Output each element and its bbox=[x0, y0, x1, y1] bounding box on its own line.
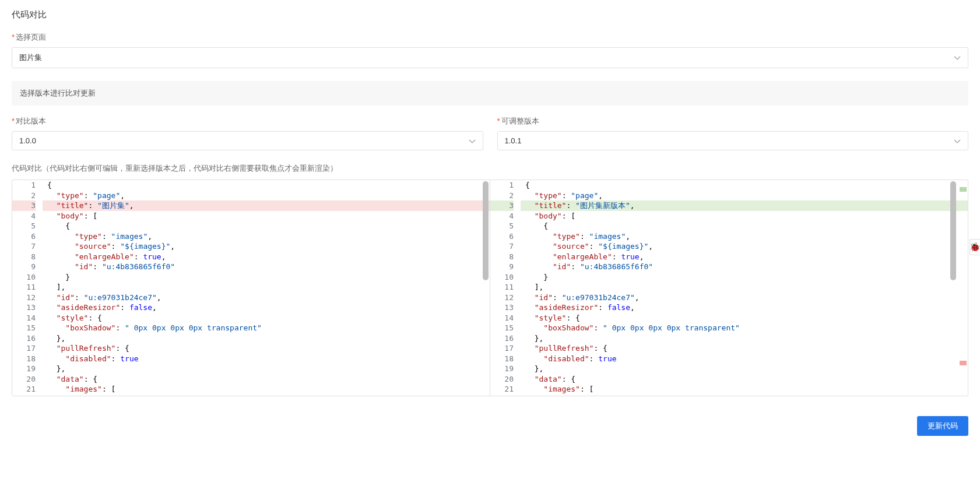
code-line[interactable]: "type": "images", bbox=[521, 231, 968, 242]
code-line[interactable]: "id": "u:e97031b24ce7", bbox=[43, 293, 490, 303]
adjustable-version-label: 可调整版本 bbox=[497, 116, 969, 126]
line-number: 8 bbox=[12, 252, 36, 262]
select-page-input[interactable]: 图片集 bbox=[12, 47, 968, 68]
line-number: 1 bbox=[12, 180, 36, 191]
diff-left-pane[interactable]: 123456789101112131415161718192021 { "typ… bbox=[12, 180, 490, 396]
code-line[interactable]: } bbox=[521, 272, 968, 283]
compare-version-select[interactable]: 1.0.0 bbox=[12, 131, 483, 150]
line-number: 17 bbox=[490, 343, 514, 354]
code-line[interactable]: "style": { bbox=[43, 313, 490, 323]
line-number: 12 bbox=[490, 293, 514, 303]
code-line[interactable]: }, bbox=[43, 333, 490, 344]
line-number: 21 bbox=[12, 384, 36, 395]
minimap-change-marker bbox=[960, 187, 967, 192]
diff-container: 123456789101112131415161718192021 { "typ… bbox=[12, 179, 968, 396]
line-number: 18 bbox=[12, 354, 36, 364]
code-line[interactable]: }, bbox=[521, 364, 968, 374]
code-line[interactable]: }, bbox=[521, 333, 968, 344]
code-line[interactable]: "body": [ bbox=[43, 211, 490, 221]
code-line[interactable]: } bbox=[43, 272, 490, 283]
line-number: 19 bbox=[490, 364, 514, 374]
line-number: 13 bbox=[490, 302, 514, 313]
code-line[interactable]: }, bbox=[43, 364, 490, 374]
line-number: 10 bbox=[12, 272, 36, 283]
code-line[interactable]: "type": "page", bbox=[43, 191, 490, 201]
chevron-down-icon bbox=[954, 138, 961, 145]
code-line[interactable]: "enlargeAble": true, bbox=[43, 252, 490, 262]
line-number: 9 bbox=[490, 262, 514, 272]
code-line[interactable]: "data": { bbox=[521, 374, 968, 385]
code-line[interactable]: "id": "u:4b836865f6f0" bbox=[43, 262, 490, 272]
line-number: 16 bbox=[490, 333, 514, 344]
debug-toggle-icon[interactable]: 🐞 bbox=[970, 239, 980, 255]
line-number: 5 bbox=[490, 221, 514, 231]
line-number: 10 bbox=[490, 272, 514, 283]
code-line[interactable]: "pullRefresh": { bbox=[43, 343, 490, 354]
code-line[interactable]: { bbox=[43, 180, 490, 191]
section-header: 选择版本进行比对更新 bbox=[12, 81, 968, 105]
line-number: 2 bbox=[12, 191, 36, 201]
scrollbar-right[interactable] bbox=[949, 180, 957, 396]
chevron-down-icon bbox=[954, 54, 961, 61]
line-number: 19 bbox=[12, 364, 36, 374]
page-title: 代码对比 bbox=[12, 9, 968, 20]
adjustable-version-value: 1.0.1 bbox=[505, 136, 522, 145]
code-line[interactable]: "id": "u:4b836865f6f0" bbox=[521, 262, 968, 272]
line-number: 5 bbox=[12, 221, 36, 231]
line-number: 7 bbox=[490, 241, 514, 252]
minimap-right[interactable] bbox=[957, 180, 968, 396]
line-number: 9 bbox=[12, 262, 36, 272]
code-line[interactable]: "data": { bbox=[43, 374, 490, 385]
code-line[interactable]: "pullRefresh": { bbox=[521, 343, 968, 354]
line-number: 2 bbox=[490, 191, 514, 201]
line-number: 20 bbox=[12, 374, 36, 385]
line-number: 6 bbox=[12, 231, 36, 242]
code-line[interactable]: "disabled": true bbox=[43, 354, 490, 364]
select-page-value: 图片集 bbox=[19, 52, 42, 63]
line-number: 17 bbox=[12, 343, 36, 354]
line-number: 16 bbox=[12, 333, 36, 344]
code-line[interactable]: "id": "u:e97031b24ce7", bbox=[521, 293, 968, 303]
code-line[interactable]: "source": "${images}", bbox=[521, 241, 968, 252]
diff-right-pane[interactable]: 123456789101112131415161718192021 { "typ… bbox=[490, 180, 968, 396]
code-line[interactable]: "title": "图片集", bbox=[43, 200, 490, 211]
line-number: 3 bbox=[490, 200, 514, 211]
code-line[interactable]: "body": [ bbox=[521, 211, 968, 221]
code-line[interactable]: "disabled": true bbox=[521, 354, 968, 364]
line-number: 3 bbox=[12, 200, 36, 211]
scrollbar-left[interactable] bbox=[482, 180, 490, 396]
line-number: 14 bbox=[12, 313, 36, 323]
code-line[interactable]: "style": { bbox=[521, 313, 968, 323]
line-number: 15 bbox=[12, 323, 36, 333]
code-line[interactable]: "boxShadow": " 0px 0px 0px 0px transpare… bbox=[43, 323, 490, 333]
line-number: 13 bbox=[12, 302, 36, 313]
code-line[interactable]: { bbox=[521, 180, 968, 191]
compare-version-value: 1.0.0 bbox=[19, 136, 36, 145]
line-number: 18 bbox=[490, 354, 514, 364]
line-number: 4 bbox=[12, 211, 36, 221]
code-line[interactable]: { bbox=[43, 221, 490, 231]
code-line[interactable]: "title": "图片集新版本", bbox=[521, 200, 968, 211]
code-line[interactable]: "images": [ bbox=[43, 384, 490, 395]
code-line[interactable]: "images": [ bbox=[521, 384, 968, 395]
code-line[interactable]: ], bbox=[43, 282, 490, 293]
scrollbar-thumb[interactable] bbox=[483, 181, 489, 280]
update-code-button[interactable]: 更新代码 bbox=[917, 416, 968, 436]
line-number: 14 bbox=[490, 313, 514, 323]
code-line[interactable]: "enlargeAble": true, bbox=[521, 252, 968, 262]
adjustable-version-select[interactable]: 1.0.1 bbox=[497, 131, 969, 150]
code-line[interactable]: "type": "page", bbox=[521, 191, 968, 201]
scrollbar-thumb[interactable] bbox=[950, 181, 956, 280]
code-line[interactable]: "boxShadow": " 0px 0px 0px 0px transpare… bbox=[521, 323, 968, 333]
code-line[interactable]: ], bbox=[521, 282, 968, 293]
code-line[interactable]: "asideResizor": false, bbox=[43, 302, 490, 313]
line-number: 1 bbox=[490, 180, 514, 191]
line-number: 21 bbox=[490, 384, 514, 395]
code-line[interactable]: "asideResizor": false, bbox=[521, 302, 968, 313]
line-number: 7 bbox=[12, 241, 36, 252]
code-line[interactable]: "source": "${images}", bbox=[43, 241, 490, 252]
code-line[interactable]: "type": "images", bbox=[43, 231, 490, 242]
code-line[interactable]: { bbox=[521, 221, 968, 231]
chevron-down-icon bbox=[469, 138, 476, 145]
line-number: 8 bbox=[490, 252, 514, 262]
